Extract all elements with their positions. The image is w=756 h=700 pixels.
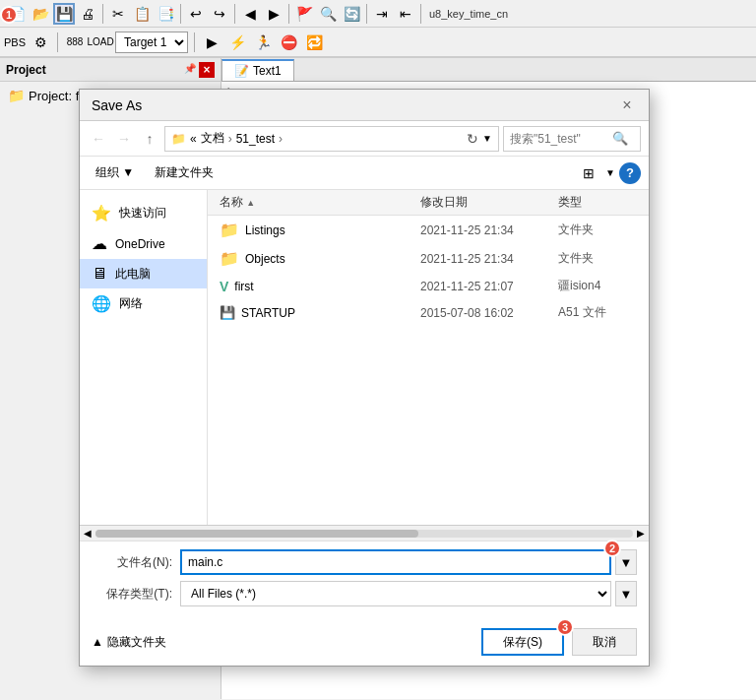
col-type-header[interactable]: 类型 <box>558 194 637 211</box>
tab-text1[interactable]: 📝 Text1 <box>221 59 294 81</box>
sidebar-item-quick[interactable]: ⭐ 快速访问 <box>80 198 207 228</box>
filetype-row: 保存类型(T): All Files (*.*) ▼ <box>92 581 637 606</box>
search-box[interactable]: 🔍 <box>503 126 641 152</box>
filetype-wrap: All Files (*.*) <box>180 581 611 606</box>
view-btn[interactable]: ⊞ <box>576 161 601 185</box>
refresh-icon[interactable]: ↻ <box>467 131 478 147</box>
hscroll-thumb[interactable] <box>95 530 418 538</box>
project-icon: 📁 <box>8 88 25 103</box>
search-icon: 🔍 <box>612 131 628 146</box>
project-panel-title: Project <box>6 63 46 77</box>
step-btn[interactable]: ⚡ <box>226 32 248 53</box>
file-row-listings[interactable]: 📁 Listings 2021-11-25 21:34 文件夹 <box>208 216 649 244</box>
replace-btn[interactable]: 🔄 <box>341 3 362 25</box>
asm-file-icon: 💾 <box>220 305 235 320</box>
pin-btn[interactable]: 📌 <box>183 62 197 76</box>
scroll-right-arrow[interactable]: ▶ <box>637 528 645 539</box>
copy-btn[interactable]: 📋 <box>131 3 153 25</box>
path-dropdown-arrow[interactable]: ▼ <box>482 133 492 144</box>
file-name-first: first <box>234 280 420 293</box>
redo-btn[interactable]: ↪ <box>209 3 230 25</box>
reset-btn[interactable]: 🔁 <box>303 32 325 53</box>
cancel-btn[interactable]: 取消 <box>572 628 637 656</box>
indent-btn[interactable]: ⇥ <box>371 3 393 25</box>
run-btn[interactable]: 🏃 <box>252 32 274 53</box>
sidebar-network-label: 网络 <box>119 295 143 312</box>
path-sep1: › <box>228 132 232 146</box>
badge-1: 1 <box>0 6 18 24</box>
sidebar-item-network[interactable]: 🌐 网络 <box>80 288 207 319</box>
cut-btn[interactable]: ✂ <box>107 3 129 25</box>
filetype-select[interactable]: All Files (*.*) <box>180 581 611 606</box>
col-date-header[interactable]: 修改日期 <box>420 194 558 211</box>
nav-fwd-btn[interactable]: ▶ <box>263 3 284 25</box>
asm-btn[interactable]: 888 <box>64 32 86 53</box>
folder-objects-icon: 📁 <box>220 249 239 268</box>
panel-close-btn[interactable]: × <box>199 62 215 78</box>
sidebar-quick-label: 快速访问 <box>119 205 166 222</box>
hscroll-track[interactable] <box>95 530 633 538</box>
filetype-label: 保存类型(T): <box>92 586 180 603</box>
nav-back-btn[interactable]: ◀ <box>239 3 261 25</box>
undo-btn[interactable]: ↩ <box>185 3 207 25</box>
new-folder-btn[interactable]: 新建文件夹 <box>146 161 222 185</box>
dialog-bottom: 文件名(N): 2 ▼ 保存类型(T): All Files (*.*) ▼ <box>80 541 649 620</box>
toolbar-area: 1 📄 📂 💾 🖨 ✂ 📋 📑 ↩ ↪ ◀ ▶ 🚩 🔍 🔄 ⇥ ⇤ u8_key <box>0 0 756 58</box>
stop-btn[interactable]: ⛔ <box>278 32 299 53</box>
tab-icon: 📝 <box>234 64 249 78</box>
sidebar-item-thispc[interactable]: 🖥 此电脑 <box>80 259 207 288</box>
file-date-objects: 2021-11-25 21:34 <box>420 252 558 266</box>
dialog-sidebar: ⭐ 快速访问 ☁ OneDrive 🖥 此电脑 🌐 网络 <box>80 190 208 525</box>
filename-label: 文件名(N): <box>92 554 180 571</box>
hscroll[interactable]: ◀ ▶ <box>80 525 649 541</box>
dialog-files: 名称 ▲ 修改日期 类型 📁 Listings 2021-11-25 21:34… <box>208 190 649 525</box>
load-btn[interactable]: LOAD <box>90 32 111 53</box>
print-btn[interactable]: 🖨 <box>77 3 98 25</box>
sep2 <box>180 4 181 24</box>
file-type-objects: 文件夹 <box>558 250 637 267</box>
col-name-header[interactable]: 名称 ▲ <box>220 194 420 211</box>
view-dropdown-btn[interactable]: ▼ <box>605 167 615 178</box>
unindent-btn[interactable]: ⇤ <box>395 3 416 25</box>
nav-fwd-btn[interactable]: → <box>113 128 135 150</box>
toolbar-row1: 1 📄 📂 💾 🖨 ✂ 📋 📑 ↩ ↪ ◀ ▶ 🚩 🔍 🔄 ⇥ ⇤ u8_key <box>0 0 756 28</box>
filetype-dropdown-btn[interactable]: ▼ <box>615 581 637 606</box>
debug-btn[interactable]: ▶ <box>201 32 222 53</box>
file-name-startup: STARTUP <box>241 306 420 320</box>
hide-folders-label: 隐藏文件夹 <box>107 634 166 651</box>
nav-up-btn[interactable]: ↑ <box>139 128 160 150</box>
hide-folders-toggle[interactable]: ▲ 隐藏文件夹 <box>92 634 473 651</box>
app-window: 1 📄 📂 💾 🖨 ✂ 📋 📑 ↩ ↪ ◀ ▶ 🚩 🔍 🔄 ⇥ ⇤ u8_key <box>0 0 756 700</box>
scroll-left-arrow[interactable]: ◀ <box>84 528 92 539</box>
badge-2: 2 <box>603 540 621 557</box>
open-file-btn[interactable]: 📂 <box>30 3 51 25</box>
organize-btn[interactable]: 组织 ▼ <box>88 161 142 185</box>
save-as-dialog: Save As × ← → ↑ 📁 « 文档 › 51_test › ↻ ▼ <box>79 89 650 667</box>
file-row-startup[interactable]: 💾 STARTUP 2015-07-08 16:02 A51 文件 <box>208 299 649 326</box>
save-btn-dialog[interactable]: 保存(S) <box>481 628 564 656</box>
save-btn[interactable]: 💾 <box>53 3 75 25</box>
path-part2: 51_test <box>236 132 275 146</box>
find-btn[interactable]: 🔍 <box>317 3 339 25</box>
filename-input[interactable] <box>180 549 611 575</box>
file-row-objects[interactable]: 📁 Objects 2021-11-25 21:34 文件夹 <box>208 244 649 273</box>
search-input[interactable] <box>510 132 608 146</box>
sidebar-onedrive-label: OneDrive <box>115 237 165 251</box>
network-icon: 🌐 <box>92 294 111 313</box>
config-btn[interactable]: ⚙ <box>30 32 51 53</box>
help-btn[interactable]: ? <box>619 162 641 184</box>
path-part1: 文档 <box>201 130 224 147</box>
dialog-content: ⭐ 快速访问 ☁ OneDrive 🖥 此电脑 🌐 网络 <box>80 190 649 525</box>
path-bar: 📁 « 文档 › 51_test › ↻ ▼ <box>164 126 499 152</box>
file-type-listings: 文件夹 <box>558 222 637 238</box>
file-row-first[interactable]: V first 2021-11-25 21:07 疆ision4 <box>208 273 649 299</box>
paste-btn[interactable]: 📑 <box>155 3 176 25</box>
folder-listings-icon: 📁 <box>220 221 239 239</box>
file-list-header: 名称 ▲ 修改日期 类型 <box>208 190 649 216</box>
target-select[interactable]: Target 1 <box>115 32 188 53</box>
nav-back-btn[interactable]: ← <box>88 128 109 150</box>
sidebar-item-onedrive[interactable]: ☁ OneDrive <box>80 228 207 259</box>
dialog-close-btn[interactable]: × <box>617 95 637 115</box>
build-btn[interactable]: PBS <box>4 32 26 53</box>
bookmark-btn[interactable]: 🚩 <box>293 3 315 25</box>
